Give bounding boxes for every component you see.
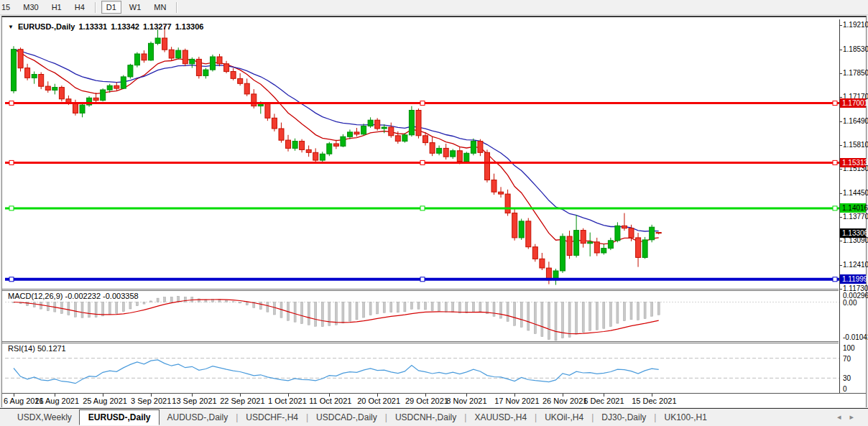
price-tick-label: 1.18530 — [843, 45, 868, 53]
rsi-axis-label: 30 — [843, 374, 851, 382]
rsi-line — [14, 360, 659, 384]
price-tick-label: 1.15810 — [843, 141, 868, 149]
line-handle[interactable] — [420, 101, 425, 106]
line-handle[interactable] — [420, 206, 425, 210]
rsi-axis-label: 0 — [843, 385, 847, 393]
rsi-chart-canvas[interactable] — [5, 343, 839, 393]
price-tick-label: 1.12410 — [843, 261, 868, 269]
price-tick — [839, 145, 842, 146]
price-tick — [839, 289, 842, 290]
timeframe-button-H1[interactable]: H1 — [47, 1, 67, 14]
macd-axis-label: 0.00 — [843, 299, 857, 307]
horizontal-line-1.11999[interactable] — [5, 277, 839, 282]
price-tick — [839, 265, 842, 266]
price-tick-label: 1.17850 — [843, 69, 868, 77]
tab-scroll-arrows: ◂▸ — [837, 412, 862, 422]
price-tick-label: 1.13770 — [843, 213, 868, 221]
tab-usdx-weekly[interactable]: USDX,Weekly — [10, 409, 79, 425]
tab-ukoil-h4[interactable]: UKOil-,H4 — [537, 409, 591, 425]
candles — [11, 26, 662, 285]
price-badge-1.11999: 1.11999 — [840, 274, 866, 284]
macd-values: -0.002232 -0.003358 — [65, 292, 138, 300]
toolbar-separator — [176, 2, 177, 13]
date-label: 22 Sep 2021 — [220, 397, 264, 405]
line-handle[interactable] — [9, 101, 14, 106]
date-label: 20 Oct 2021 — [357, 397, 400, 405]
price-tick — [839, 169, 842, 170]
price-badge-1.14016: 1.14016 — [840, 203, 866, 213]
timeframe-button-W1[interactable]: W1 — [124, 1, 147, 14]
macd-axis[interactable]: 0.0029660.00-0.01042 — [840, 291, 866, 341]
ohlc-low: 1.13277 — [143, 22, 172, 31]
price-badge-1.17001: 1.17001 — [840, 98, 866, 108]
line-handle[interactable] — [420, 277, 425, 282]
timeframe-button-M30[interactable]: M30 — [18, 1, 43, 14]
date-label: 29 Oct 2021 — [405, 397, 448, 405]
price-tick — [839, 25, 842, 26]
line-handle[interactable] — [833, 160, 837, 165]
price-tick-label: 1.19210 — [843, 21, 868, 29]
horizontal-line-1.17001[interactable] — [5, 101, 839, 106]
line-handle[interactable] — [9, 160, 14, 165]
date-label: 11 Oct 2021 — [309, 397, 351, 405]
line-handle[interactable] — [833, 206, 837, 210]
date-label: 26 Nov 2021 — [542, 397, 587, 405]
date-label: 6 Dec 2021 — [583, 397, 624, 405]
price-tick — [839, 50, 842, 50]
tab-usdchf-h4[interactable]: USDCHF-,H4 — [239, 409, 305, 425]
date-label: 8 Nov 2021 — [446, 397, 486, 405]
price-tick — [839, 241, 842, 241]
tab-audusd-daily[interactable]: AUDUSD-,Daily — [160, 409, 235, 425]
date-label: 13 Sep 2021 — [172, 397, 216, 405]
chart-tab-bar: USDX,WeeklyEURUSD-,DailyAUDUSD-,Daily|US… — [0, 408, 868, 426]
date-label: 16 Aug 2021 — [34, 397, 79, 405]
date-label: 17 Nov 2021 — [494, 397, 539, 405]
macd-label: MACD(12,26,9) -0.002232 -0.003358 — [8, 292, 139, 300]
ohlc-close: 1.13306 — [175, 22, 204, 31]
price-chart-canvas[interactable] — [5, 19, 839, 289]
date-label: 1 Oct 2021 — [268, 397, 307, 405]
price-badge-1.15313: 1.15313 — [840, 158, 866, 167]
timeframe-toolbar: 15M30H1H4D1W1MN — [0, 0, 868, 15]
ohlc-high: 1.13342 — [111, 22, 139, 31]
tab-scroll-right-icon[interactable]: ▸ — [849, 412, 862, 421]
tab-uk100-h1[interactable]: UK100-,H1 — [657, 409, 714, 425]
timeframe-button-D1[interactable]: D1 — [101, 1, 121, 14]
chart-window[interactable]: ▼ EURUSD-,Daily 1.13331 1.13342 1.13277 … — [1, 16, 867, 407]
line-handle[interactable] — [9, 206, 14, 210]
tab-scroll-left-icon[interactable]: ◂ — [837, 412, 850, 421]
ohlc-open: 1.13331 — [78, 22, 107, 31]
macd-histogram — [13, 296, 660, 341]
date-label: 3 Sep 2021 — [131, 397, 171, 405]
price-pane[interactable] — [5, 19, 839, 289]
symbol-dropdown-icon[interactable]: ▼ — [8, 24, 14, 30]
date-axis[interactable]: 6 Aug 202116 Aug 202125 Aug 20213 Sep 20… — [2, 394, 866, 407]
tab-eurusd-daily[interactable]: EURUSD-,Daily — [79, 409, 160, 425]
price-tick — [839, 217, 842, 218]
line-handle[interactable] — [420, 160, 425, 165]
price-tick — [839, 193, 842, 194]
timeframe-button-H4[interactable]: H4 — [70, 1, 90, 14]
mt4-application: { "toolbar": { "timeframes": ["15", "M30… — [0, 0, 868, 426]
price-tick-label: 1.14450 — [843, 189, 868, 197]
line-handle[interactable] — [9, 277, 14, 282]
timeframe-button-MN[interactable]: MN — [149, 1, 171, 14]
timeframe-button-15[interactable]: 15 — [0, 1, 15, 14]
rsi-value: 50.1271 — [37, 344, 66, 353]
rsi-axis[interactable]: 10070300 — [840, 343, 866, 393]
tab-usdcad-daily[interactable]: USDCAD-,Daily — [309, 409, 384, 425]
price-tick — [839, 121, 842, 122]
horizontal-line-1.15313[interactable] — [5, 160, 839, 165]
rsi-label: RSI(14) 50.1271 — [8, 344, 66, 353]
line-handle[interactable] — [833, 277, 837, 282]
chart-symbol: EURUSD-,Daily — [18, 22, 75, 31]
rsi-pane[interactable] — [5, 343, 839, 393]
tab-dj30-daily[interactable]: DJ30-,Daily — [594, 409, 653, 425]
price-badge-1.13306: 1.13306 — [840, 228, 866, 238]
price-tick-label: 1.16490 — [843, 117, 868, 125]
tab-xauusd-h4[interactable]: XAUUSD-,H4 — [467, 409, 534, 425]
tab-usdcnh-daily[interactable]: USDCNH-,Daily — [388, 409, 463, 425]
line-handle[interactable] — [833, 101, 837, 106]
rsi-axis-label: 100 — [843, 344, 855, 352]
horizontal-line-1.14016[interactable] — [5, 206, 839, 210]
